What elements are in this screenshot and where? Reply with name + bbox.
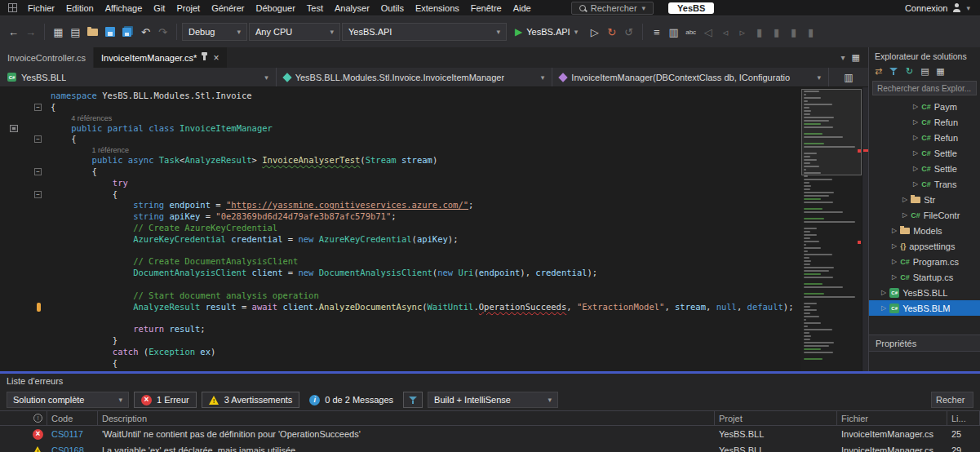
- column-header[interactable]: Description: [98, 411, 715, 425]
- code-line[interactable]: namespace YesBS.BLL.Modules.Stl.Invoice: [0, 91, 801, 102]
- tree-item-appsettings[interactable]: ▷{}appsettings: [869, 238, 980, 254]
- code-area[interactable]: namespace YesBS.BLL.Modules.Stl.Invoice−…: [0, 87, 801, 371]
- start-debugging-button[interactable]: ▶ YesBS.API ▾: [508, 22, 584, 42]
- chevron-right-icon[interactable]: ▷: [913, 118, 918, 126]
- chevron-right-icon[interactable]: ▷: [881, 304, 886, 312]
- tree-item-paym[interactable]: ▷C#Paym: [869, 99, 980, 114]
- menu-item-edition[interactable]: Edition: [60, 2, 100, 15]
- chevron-right-icon[interactable]: ▷: [913, 180, 918, 188]
- tree-item-programcs[interactable]: ▷C#Program.cs: [869, 254, 980, 269]
- code-line[interactable]: AzureKeyCredential credential = new Azur…: [0, 234, 801, 246]
- chevron-right-icon[interactable]: ▷: [892, 227, 897, 234]
- solution-name-chip[interactable]: YesBS: [668, 2, 714, 14]
- code-line[interactable]: catch (Exception ex): [0, 347, 801, 358]
- minimap[interactable]: [801, 87, 862, 371]
- refresh-icon[interactable]: ↻: [902, 64, 916, 78]
- chevron-right-icon[interactable]: ▷: [902, 211, 907, 219]
- chevron-right-icon[interactable]: ▷: [892, 273, 897, 281]
- pin-icon[interactable]: [203, 55, 206, 60]
- menu-item-analyser[interactable]: Analyser: [329, 2, 375, 15]
- error-row[interactable]: ×CS0117'WaitUntil' ne contient pas de dé…: [0, 426, 980, 442]
- menu-item-test[interactable]: Test: [301, 2, 329, 15]
- code-line[interactable]: [0, 279, 801, 290]
- errors-filter-button[interactable]: × 1 Erreur: [134, 392, 197, 408]
- bookmark-toggle-icon[interactable]: ▮: [768, 23, 785, 41]
- tree-item-settle[interactable]: ▷C#Settle: [869, 145, 980, 161]
- error-row[interactable]: CS0168La variable 'ex' est déclarée, mai…: [0, 442, 980, 452]
- messages-filter-button[interactable]: i 0 de 2 Messages: [304, 392, 398, 408]
- menu-item-fichier[interactable]: Fichier: [22, 2, 60, 15]
- breadcrumb-member-dropdown[interactable]: InvoiceItemManager(DBContextClass db, IC…: [552, 68, 829, 86]
- collapse-all-icon[interactable]: ▤: [918, 64, 932, 78]
- undo-icon[interactable]: ↶: [137, 23, 154, 41]
- breadcrumb-project-dropdown[interactable]: C# YesBS.BLL ▾: [0, 68, 277, 86]
- codelens-indicator[interactable]: 1 référence: [0, 145, 801, 155]
- platform-dropdown[interactable]: Any CPU▾: [249, 23, 340, 41]
- save-all-icon[interactable]: [118, 23, 135, 41]
- code-line[interactable]: public async Task<AnalyzeResult> Invoice…: [0, 155, 801, 166]
- tree-item-startupcs[interactable]: ▷C#Startup.cs: [869, 269, 980, 285]
- warnings-filter-button[interactable]: 3 Avertissements: [202, 392, 300, 408]
- document-outline-icon[interactable]: ≡: [648, 23, 665, 41]
- code-line[interactable]: {: [0, 358, 801, 370]
- column-header[interactable]: Code: [47, 411, 98, 425]
- quick-action-indicator[interactable]: [37, 303, 41, 312]
- add-item-icon[interactable]: ▤: [67, 23, 84, 41]
- filter-solution-icon[interactable]: [887, 64, 901, 78]
- collapse-region-icon[interactable]: −: [34, 104, 42, 111]
- editor-scrollbar[interactable]: [862, 87, 868, 371]
- code-line[interactable]: public partial class InvoiceItemManager: [0, 123, 801, 135]
- sign-in-button[interactable]: Connexion ▾: [905, 3, 977, 13]
- document-tab[interactable]: InvoiceController.cs: [0, 47, 94, 68]
- spell-check-icon[interactable]: abc: [682, 23, 699, 41]
- properties-title[interactable]: Propriétés: [869, 335, 980, 352]
- active-files-dropdown-icon[interactable]: ▾: [841, 53, 845, 62]
- collapse-region-icon[interactable]: −: [34, 191, 42, 198]
- code-line[interactable]: − {: [0, 134, 801, 145]
- menu-item-aide[interactable]: Aide: [508, 2, 537, 15]
- code-line[interactable]: [0, 312, 801, 324]
- comment-icon[interactable]: ▮: [751, 23, 768, 41]
- chevron-right-icon[interactable]: ▷: [892, 242, 897, 250]
- indent-increase-icon[interactable]: ▹: [734, 23, 751, 41]
- code-line[interactable]: // Create AzureKeyCredential: [0, 223, 801, 234]
- solution-explorer-search-input[interactable]: Rechercher dans Explor...: [872, 81, 977, 95]
- save-icon[interactable]: [101, 23, 118, 41]
- error-list-search-input[interactable]: Recher: [931, 392, 973, 408]
- restart-icon[interactable]: ↺: [620, 23, 637, 41]
- code-line[interactable]: string apiKey = "0e28369bd6d24d79afe3b87…: [0, 211, 801, 223]
- chevron-right-icon[interactable]: ▷: [913, 165, 918, 172]
- filter-button[interactable]: [403, 392, 423, 408]
- chevron-right-icon[interactable]: ▷: [902, 196, 907, 203]
- split-editor-icon[interactable]: ▥: [829, 68, 868, 86]
- nav-forward-icon[interactable]: →: [22, 23, 39, 41]
- error-code-link[interactable]: CS0168: [47, 442, 98, 452]
- nav-back-icon[interactable]: ←: [5, 23, 22, 41]
- code-line[interactable]: −{: [0, 102, 801, 113]
- tree-item-str[interactable]: ▷Str: [869, 192, 980, 207]
- chevron-right-icon[interactable]: ▷: [881, 289, 886, 296]
- chevron-right-icon[interactable]: ▷: [913, 149, 918, 157]
- startup-project-dropdown[interactable]: YesBS.API▾: [342, 23, 507, 41]
- menu-item-affichage[interactable]: Affichage: [100, 2, 149, 15]
- code-line[interactable]: try: [0, 178, 801, 189]
- chevron-right-icon[interactable]: ▷: [892, 258, 897, 265]
- collapse-region-icon[interactable]: −: [34, 168, 42, 175]
- code-line[interactable]: // Create DocumentAnalysisClient: [0, 256, 801, 268]
- bookmark-next-icon[interactable]: ▮: [802, 23, 819, 41]
- minimap-viewport[interactable]: [801, 89, 862, 175]
- sync-with-active-document-icon[interactable]: ⇄: [871, 64, 885, 78]
- column-header[interactable]: Fichier: [837, 411, 947, 425]
- menu-item-projet[interactable]: Projet: [171, 2, 206, 15]
- navigate-backward-icon[interactable]: ◁: [699, 23, 716, 41]
- column-header[interactable]: Li...: [947, 411, 980, 425]
- column-header[interactable]: !: [0, 411, 47, 425]
- search-box[interactable]: Rechercher ▾: [571, 2, 654, 15]
- new-project-icon[interactable]: ▦: [50, 23, 67, 41]
- code-line[interactable]: // Start document analysis operation: [0, 290, 801, 302]
- code-line[interactable]: [0, 246, 801, 257]
- show-all-files-icon[interactable]: ▦: [933, 64, 947, 78]
- tree-item-refun[interactable]: ▷C#Refun: [869, 114, 980, 130]
- menu-item-gnrer[interactable]: Générer: [206, 2, 250, 15]
- start-without-debugging-icon[interactable]: ▷: [586, 23, 603, 41]
